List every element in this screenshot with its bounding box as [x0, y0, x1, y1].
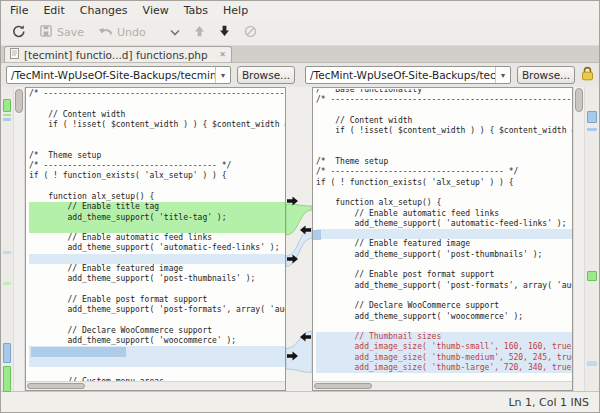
code-line: /* -------------------------------------… — [29, 89, 285, 99]
code-line: // Declare WooCommerce support — [29, 326, 285, 336]
code-line: /* -------------------------------------… — [316, 95, 572, 105]
chevron-down-icon — [170, 26, 180, 39]
code-line — [29, 223, 285, 233]
tabbar: [tecmint] functio...d] functions.php ✕ — [1, 46, 599, 63]
menu-view[interactable]: View — [143, 4, 169, 17]
menubar: File Edit Changes View Tabs Help — [1, 1, 599, 20]
tab-close-icon[interactable]: ✕ — [219, 51, 226, 59]
code-line: add_theme_support( 'automatic-feed-links… — [316, 219, 572, 229]
code-line: // Content width — [29, 110, 285, 120]
toolbar: Save Undo — [1, 20, 599, 46]
save-label: Save — [57, 26, 84, 39]
code-line: if ( !isset( $content_width ) ) { $conte… — [29, 120, 285, 130]
lock-icon[interactable] — [581, 66, 594, 85]
map-marker-changed — [587, 361, 597, 366]
code-line: add_theme_support( 'post-formats', array… — [29, 305, 285, 315]
right-editor-pane[interactable]: /* Base functionality/* ----------------… — [312, 87, 573, 391]
left-browse-button[interactable]: Browse... — [237, 66, 295, 84]
arrow-down-icon — [219, 25, 230, 40]
push-right-button[interactable] — [286, 351, 299, 361]
code-line — [316, 373, 572, 381]
code-line: // Enable title tag — [29, 202, 285, 212]
menu-edit[interactable]: Edit — [43, 4, 64, 17]
chunk-edge-box — [313, 230, 321, 240]
right-file-combobox[interactable]: /TecMint-WpUseOf-Site-Backups/tecmint ▾ — [305, 66, 511, 84]
code-line: add_image_size( 'thumb-large', 720, 340,… — [316, 363, 572, 373]
code-line — [316, 260, 572, 270]
map-marker-changed — [3, 343, 11, 363]
cursor-position: Ln 1, Col 1 INS — [508, 396, 589, 409]
push-left-button[interactable] — [299, 225, 312, 235]
scrollbar-thumb[interactable] — [314, 383, 372, 389]
combobox-arrow-icon[interactable]: ▾ — [215, 67, 230, 83]
code-line: // Enable post format support — [316, 270, 572, 280]
left-horizontal-scrollbar[interactable] — [26, 381, 285, 390]
code-line: // Enable automatic feed links — [29, 233, 285, 243]
next-change-button[interactable] — [215, 23, 234, 42]
right-file-path: /TecMint-WpUseOf-Site-Backups/tecmint — [306, 67, 495, 83]
menu-help[interactable]: Help — [223, 4, 248, 17]
map-marker-changed — [587, 128, 597, 131]
code-line — [29, 99, 285, 109]
stop-button[interactable] — [240, 23, 261, 43]
code-line — [316, 136, 572, 146]
code-line: add_theme_support( 'automatic-feed-links… — [29, 243, 285, 253]
left-editor-pane[interactable]: /* -------------------------------------… — [25, 87, 286, 391]
undo-button[interactable]: Undo — [94, 23, 150, 42]
right-browse-button[interactable]: Browse... — [517, 66, 575, 84]
code-line — [316, 106, 572, 116]
combobox-arrow-icon[interactable]: ▾ — [495, 67, 510, 83]
right-diff-map[interactable] — [585, 87, 599, 391]
code-line: function alx_setup() { — [29, 192, 285, 202]
menu-tabs[interactable]: Tabs — [184, 4, 208, 17]
code-line: add_image_size( 'thumb-medium', 520, 245… — [316, 353, 572, 363]
left-diff-map[interactable] — [1, 87, 13, 391]
undo-icon — [98, 25, 113, 40]
push-right-button[interactable] — [286, 196, 299, 206]
left-vertical-scrollbar[interactable] — [13, 87, 25, 391]
code-line: /* Theme setup — [29, 151, 285, 161]
scrollbar-thumb[interactable] — [575, 88, 583, 112]
left-file-combobox[interactable]: /TecMint-WpUseOf-Site-Backups/tecmint ▾ — [6, 66, 231, 84]
map-marker-changed — [587, 111, 597, 123]
scrollbar-thumb[interactable] — [15, 89, 23, 113]
push-left-button[interactable] — [299, 332, 312, 342]
save-button[interactable]: Save — [35, 22, 88, 43]
push-right-button[interactable] — [286, 254, 299, 264]
code-line: if ( ! function_exists( 'alx_setup' ) ) … — [29, 171, 285, 181]
code-line — [29, 316, 285, 326]
code-line — [29, 285, 285, 295]
tab-title: [tecmint] functio...d] functions.php — [24, 49, 214, 61]
code-line — [29, 130, 285, 140]
right-horizontal-scrollbar[interactable] — [313, 381, 572, 390]
code-line — [29, 367, 285, 377]
refresh-button[interactable] — [7, 22, 29, 43]
save-icon — [39, 24, 53, 41]
comparison-tab[interactable]: [tecmint] functio...d] functions.php ✕ — [4, 46, 232, 62]
map-marker-added — [3, 366, 11, 392]
diff-area: /* -------------------------------------… — [1, 87, 599, 391]
code-line: add_theme_support( 'woocommerce' ); — [316, 312, 572, 322]
code-line — [29, 357, 285, 367]
map-marker-added — [3, 99, 11, 112]
code-line — [316, 291, 572, 301]
code-line: // Enable featured image — [316, 239, 572, 249]
code-line — [316, 229, 572, 239]
arrow-up-icon — [194, 25, 205, 40]
map-marker-added — [587, 271, 597, 281]
menu-changes[interactable]: Changes — [80, 4, 128, 17]
code-line — [316, 188, 572, 198]
scrollbar-thumb[interactable] — [27, 383, 85, 389]
save-options-button[interactable] — [166, 24, 184, 41]
code-line: function alx_setup() { — [316, 198, 572, 208]
code-line — [29, 254, 285, 264]
previous-change-button[interactable] — [190, 23, 209, 42]
map-marker-changed — [3, 251, 11, 254]
code-line — [29, 140, 285, 150]
code-line: add_theme_support( 'woocommerce' ); — [29, 336, 285, 346]
map-marker-added — [3, 114, 11, 116]
no-sign-icon — [244, 25, 257, 41]
right-vertical-scrollbar[interactable] — [573, 87, 585, 391]
menu-file[interactable]: File — [10, 4, 28, 17]
code-line: add_theme_support( 'title-tag' ); — [29, 213, 285, 223]
